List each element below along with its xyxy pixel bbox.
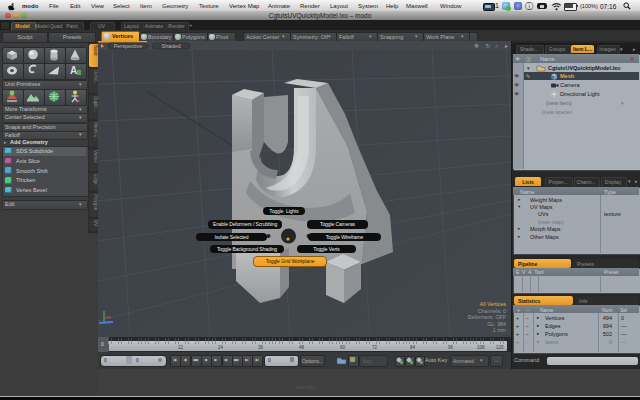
svg-text:↻: ↻ xyxy=(485,43,490,49)
svg-text:1 mm: 1 mm xyxy=(493,327,507,333)
svg-text:Deformers: OFF: Deformers: OFF xyxy=(468,314,507,320)
svg-text:All Vertices: All Vertices xyxy=(480,301,507,307)
svg-text:Perspective: Perspective xyxy=(114,43,143,49)
svg-text:GL: 984: GL: 984 xyxy=(487,321,506,327)
svg-text:⌕: ⌕ xyxy=(495,43,498,49)
svg-text:A: A xyxy=(70,65,77,76)
svg-text:✥: ✥ xyxy=(474,43,479,49)
svg-text:Shaded: Shaded xyxy=(162,43,181,49)
svg-text:▸: ▸ xyxy=(505,43,508,49)
svg-text:Channels: 0: Channels: 0 xyxy=(478,308,506,314)
